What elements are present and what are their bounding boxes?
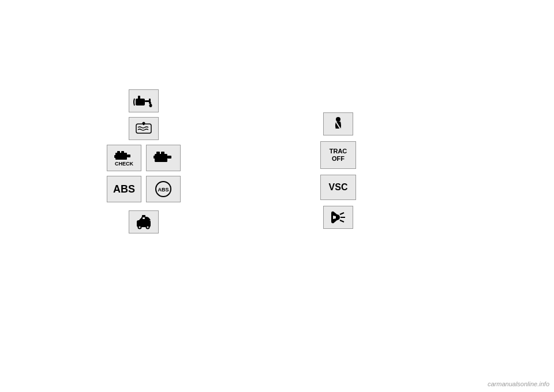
engine-alt-icon — [153, 149, 174, 167]
svg-rect-12 — [127, 154, 130, 157]
svg-rect-14 — [114, 155, 116, 158]
svg-rect-0 — [136, 99, 145, 105]
check-engine-icon-box: CHECK — [107, 145, 141, 171]
vsc-icon-box: VSC — [320, 175, 356, 200]
svg-text:ABS: ABS — [158, 187, 169, 193]
abs-text-icon-box: ABS — [107, 176, 141, 202]
headlight-icon-box — [323, 206, 353, 229]
brake-lock-icon-box — [129, 210, 159, 233]
oil-pressure-icon-box — [129, 89, 159, 112]
svg-point-30 — [336, 117, 340, 122]
svg-rect-1 — [145, 100, 149, 102]
svg-line-36 — [340, 220, 344, 222]
trac-off-icon-box: TRACOFF — [320, 141, 356, 169]
coolant-temp-icon — [133, 120, 154, 137]
brake-lock-icon — [133, 213, 154, 231]
headlight-icon — [328, 209, 349, 226]
svg-rect-18 — [167, 156, 171, 159]
svg-rect-10 — [117, 151, 120, 154]
seatbelt-icon — [328, 115, 349, 133]
page: CHECK ABS — [0, 0, 554, 392]
svg-rect-16 — [156, 152, 160, 155]
seatbelt-icon-box — [323, 112, 353, 135]
svg-rect-6 — [136, 124, 151, 133]
svg-rect-3 — [138, 96, 140, 99]
svg-rect-15 — [155, 154, 167, 162]
trac-off-label: TRACOFF — [330, 148, 347, 163]
abs-circle-icon: ABS — [153, 180, 174, 198]
watermark: carmanualsonline.info — [488, 380, 549, 387]
coolant-temp-icon-box — [129, 117, 159, 140]
right-icon-column: TRACOFF VSC — [320, 112, 356, 229]
svg-line-35 — [340, 213, 344, 214]
vsc-label: VSC — [329, 182, 348, 193]
engine-icon-check — [114, 150, 134, 161]
check-label: CHECK — [115, 161, 133, 167]
svg-point-4 — [149, 104, 152, 107]
svg-point-26 — [147, 227, 149, 228]
abs-text-label: ABS — [113, 183, 135, 195]
abs-row: ABS ABS — [107, 176, 181, 202]
svg-rect-17 — [161, 152, 164, 155]
left-icon-column: CHECK ABS — [107, 89, 181, 233]
abs-circle-icon-box: ABS — [146, 176, 181, 202]
svg-rect-11 — [121, 151, 124, 154]
svg-point-8 — [143, 122, 145, 125]
svg-rect-13 — [115, 157, 127, 159]
svg-rect-19 — [154, 156, 156, 159]
check-engine-row: CHECK — [107, 145, 181, 171]
engine-alt-icon-box — [146, 145, 181, 171]
svg-point-25 — [139, 227, 141, 228]
svg-rect-29 — [143, 217, 145, 219]
oil-pressure-icon — [133, 93, 154, 109]
